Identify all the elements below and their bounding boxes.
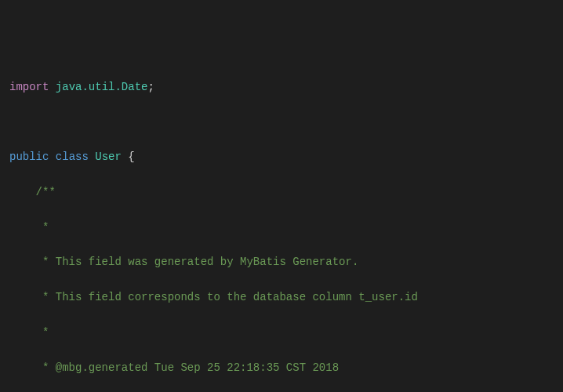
code-editor: import java.util.Date; public class User…: [9, 78, 554, 392]
import-line: import java.util.Date;: [9, 78, 554, 96]
comment-star: *: [9, 324, 554, 341]
public-keyword: public: [9, 151, 49, 163]
import-keyword: import: [9, 81, 49, 93]
comment-star: *: [9, 219, 554, 236]
class-name: User: [95, 151, 122, 163]
class-keyword: class: [56, 151, 89, 163]
blank-line: [9, 113, 554, 130]
comment-open: /**: [9, 183, 554, 201]
comment-column-id: * This field corresponds to the database…: [9, 289, 554, 306]
comment-generated: * This field was generated by MyBatis Ge…: [9, 253, 554, 270]
comment-mbg: * @mbg.generated Tue Sep 25 22:18:35 CST…: [9, 359, 554, 376]
import-package: java.util.Date: [56, 81, 148, 93]
class-declaration: public class User {: [9, 148, 554, 165]
